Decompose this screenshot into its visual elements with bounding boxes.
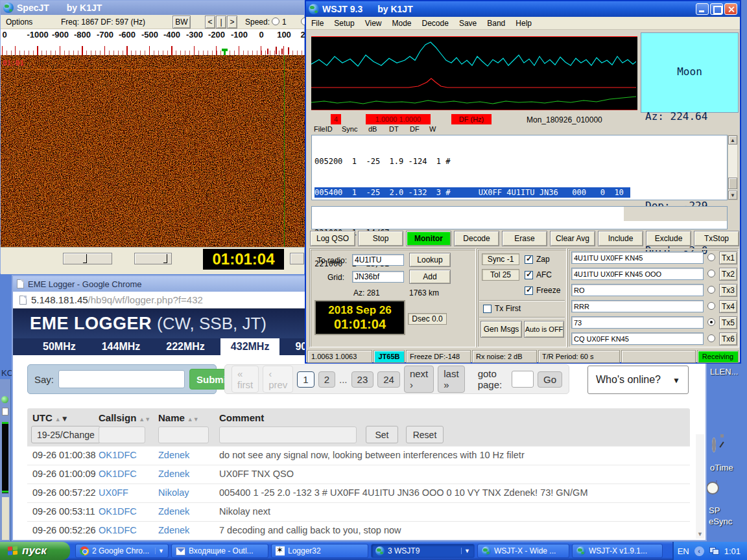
col-name[interactable]: Name▲▼ <box>158 412 199 423</box>
menu-help[interactable]: Help <box>510 19 537 28</box>
stop-button[interactable]: Stop <box>358 231 403 246</box>
desktop-icon-label-esync[interactable]: eSync <box>709 517 732 526</box>
col-callsign[interactable]: Callsign▲▼ <box>99 412 150 423</box>
dsec-box[interactable]: Dsec 0.0 <box>408 313 447 325</box>
minimize-button[interactable] <box>696 3 709 15</box>
slider-handle[interactable] <box>163 254 167 263</box>
sync-threshold-box[interactable]: Sync -1 <box>482 253 519 265</box>
task-wsjtx-v191[interactable]: WSJT-X v1.9.1... <box>572 544 663 558</box>
name-filter-input[interactable] <box>158 426 209 443</box>
monitor-button[interactable]: Monitor <box>406 231 451 246</box>
band-tab-432mhz[interactable]: 432MHz <box>220 338 280 355</box>
row-callsign[interactable]: OK1DFC <box>99 469 137 479</box>
tx6-radio[interactable] <box>707 334 715 342</box>
stopwatch-icon[interactable] <box>712 438 716 452</box>
tx4-radio[interactable] <box>707 302 715 310</box>
menu-decode[interactable]: Decode <box>417 19 454 28</box>
gen-msgs-button[interactable]: Gen Msgs <box>480 321 522 338</box>
row-callsign[interactable]: OK1DFC <box>99 506 137 517</box>
txstop-button[interactable]: TxStop <box>694 231 739 246</box>
chevron-down-icon[interactable]: ▼ <box>155 548 164 554</box>
desktop-icon-label-sp[interactable]: SP <box>709 506 720 515</box>
maximize-button[interactable] <box>710 3 723 15</box>
row-callsign[interactable]: OK1DFC <box>99 450 137 460</box>
zap-checkbox-row[interactable]: Zap <box>525 255 550 264</box>
erase-button[interactable]: Erase <box>502 231 547 246</box>
page-next-button[interactable]: next › <box>404 366 434 393</box>
wsjt-titlebar[interactable]: WSJT 9.3 by K1JT <box>306 1 740 17</box>
gain-slider[interactable] <box>63 253 112 264</box>
options-menu[interactable]: Options <box>6 18 32 27</box>
task-outlook[interactable]: Входящие - Outl... <box>171 544 268 558</box>
tx4-message-input[interactable] <box>571 300 704 312</box>
tx2-radio[interactable] <box>707 270 715 277</box>
page-scrollbar[interactable]: ▼ <box>696 434 704 539</box>
row-name[interactable]: Zdenek <box>158 450 189 460</box>
tx4-button[interactable]: Tx4 <box>719 300 737 313</box>
slider-handle[interactable] <box>83 254 87 263</box>
page-last-button[interactable]: last » <box>438 366 464 393</box>
tx3-button[interactable]: Tx3 <box>719 284 737 297</box>
scroll-down-arrow[interactable]: ▼ <box>696 530 704 539</box>
scroll-thumb[interactable] <box>728 178 737 189</box>
tx1-message-input[interactable] <box>571 251 704 264</box>
page-first-button[interactable]: « first <box>231 366 259 393</box>
tx5-message-input[interactable] <box>571 316 704 329</box>
col-utc[interactable]: UTC▲▼ <box>32 412 69 423</box>
exclude-button[interactable]: Exclude <box>646 231 691 246</box>
right-slider[interactable] <box>290 253 304 264</box>
scroll-up-arrow[interactable]: ▲ <box>728 135 737 145</box>
scroll-right-button[interactable]: > <box>227 16 237 29</box>
afc-checkbox-row[interactable]: AFC <box>525 270 552 279</box>
menu-save[interactable]: Save <box>454 19 482 28</box>
add-button[interactable]: Add <box>409 270 451 284</box>
tx5-radio[interactable] <box>707 318 715 326</box>
close-button[interactable] <box>724 3 737 15</box>
clear-avg-button[interactable]: Clear Avg <box>550 231 595 246</box>
row-callsign[interactable]: OK1DFC <box>99 525 137 535</box>
whos-online-dropdown[interactable]: Who's online? <box>587 366 689 394</box>
scroll-center-button[interactable]: | <box>216 16 226 29</box>
specjt-titlebar[interactable]: SpecJT by K1JT <box>1 1 304 15</box>
tx2-message-input[interactable] <box>571 268 704 280</box>
freeze-checkbox-row[interactable]: Freeze <box>525 286 560 295</box>
tolerance-box[interactable]: Tol 25 <box>482 269 519 281</box>
tray-chevron-icon[interactable]: ‹ <box>694 546 704 556</box>
page-2-button[interactable]: 2 <box>318 371 335 388</box>
waterfall-display[interactable]: 01:01 <box>1 55 305 247</box>
decode-line-selected[interactable]: 005400 1 -25 2.0 -132 3 # UX0FF 4U1ITU J… <box>314 187 630 198</box>
page-prev-button[interactable]: ‹ prev <box>263 366 293 393</box>
band-tab-50mhz[interactable]: 50MHz <box>32 338 86 355</box>
menu-view[interactable]: View <box>360 19 387 28</box>
scroll-down-arrow[interactable]: ▼ <box>728 191 737 200</box>
calendar-clock-icon[interactable] <box>716 480 717 493</box>
tx2-button[interactable]: Tx2 <box>719 268 737 281</box>
page-24-button[interactable]: 24 <box>377 371 400 388</box>
decoded-text-list[interactable]: 005200 1 -25 1.9 -124 1 # 005400 1 -25 2… <box>311 135 728 200</box>
task-wsjtx-wide[interactable]: WSJT-X - Wide ... <box>477 544 569 558</box>
utc-filter-button[interactable]: 19-25/Change <box>31 426 101 443</box>
zap-checkbox[interactable] <box>525 255 533 264</box>
tx3-radio[interactable] <box>707 286 715 294</box>
include-button[interactable]: Include <box>598 231 643 246</box>
decode-line[interactable]: 005200 1 -25 1.9 -124 1 # <box>314 156 727 167</box>
say-input[interactable] <box>58 370 185 388</box>
afc-checkbox[interactable] <box>525 271 533 279</box>
row-name[interactable]: Nikolay <box>158 487 189 498</box>
txfirst-checkbox[interactable] <box>483 305 492 313</box>
row-name[interactable]: Zdenek <box>158 525 189 535</box>
tx3-message-input[interactable] <box>571 284 704 296</box>
lookup-button[interactable]: Lookup <box>409 253 451 267</box>
row-callsign[interactable]: UX0FF <box>99 487 128 498</box>
band-tab-144mhz[interactable]: 144MHz <box>91 338 151 355</box>
scroll-left-button[interactable]: < <box>205 16 215 29</box>
txfirst-checkbox-row[interactable]: Tx First <box>483 304 521 313</box>
band-tab-222mhz[interactable]: 222MHz <box>156 338 215 355</box>
auto-toggle-button[interactable]: Auto is OFF <box>524 321 564 338</box>
tx1-button[interactable]: Tx1 <box>719 251 737 264</box>
page-23-button[interactable]: 23 <box>351 371 374 388</box>
set-button[interactable]: Set <box>366 426 398 443</box>
zero-slider[interactable] <box>134 253 172 264</box>
menu-setup[interactable]: Setup <box>329 19 359 28</box>
go-button[interactable]: Go <box>538 371 562 388</box>
